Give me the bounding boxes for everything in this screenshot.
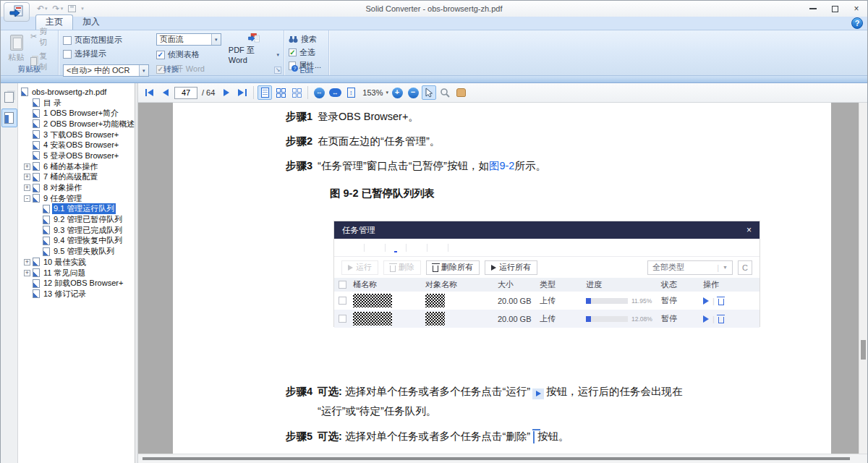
outline-item[interactable]: 9.2 管理已暂停队列 bbox=[18, 214, 135, 225]
horizontal-scrollbar-thumb[interactable] bbox=[142, 457, 850, 460]
fit-page-button[interactable]: ↔ bbox=[312, 85, 326, 100]
minimize-icon bbox=[809, 8, 817, 9]
pdf-to-word-icon bbox=[242, 33, 266, 43]
outline-item[interactable]: 9.5 管理失败队列 bbox=[18, 246, 135, 257]
task-size: 20.00 GB bbox=[498, 297, 540, 305]
progress-bar bbox=[586, 298, 628, 304]
outline-item[interactable]: 1 OBS Browser+简介 bbox=[18, 108, 135, 119]
outline-item[interactable]: - 9 任务管理 bbox=[18, 193, 135, 204]
queue-tab bbox=[427, 244, 448, 252]
page-icon bbox=[43, 226, 50, 234]
dropdown-arrow-icon[interactable]: ▾ bbox=[276, 52, 279, 58]
redacted-object-name bbox=[425, 312, 445, 326]
outline-item[interactable]: 5 登录OBS Browser+ bbox=[18, 150, 135, 161]
expand-toggle-icon[interactable]: + bbox=[24, 163, 30, 170]
outline-item[interactable]: + 10 最佳实践 bbox=[18, 257, 135, 268]
page-flow-dropdown[interactable]: 页面流 ▾ bbox=[156, 33, 221, 46]
select-all-checkbox bbox=[339, 281, 346, 289]
vertical-scrollbar[interactable] bbox=[859, 103, 867, 454]
outline-item[interactable]: + 6 桶的基本操作 bbox=[18, 161, 135, 172]
step-4-line2: “运行”或“待定”任务队列。 bbox=[318, 404, 436, 418]
expand-toggle-icon[interactable]: + bbox=[24, 259, 30, 266]
first-page-button[interactable] bbox=[142, 85, 157, 100]
play-icon bbox=[491, 265, 496, 271]
column-header: 大小 bbox=[498, 279, 540, 290]
zoom-dropdown-icon[interactable]: ▾ bbox=[386, 90, 389, 95]
progress-fill bbox=[586, 298, 591, 304]
selection-hint-checkbox[interactable]: 选择提示 bbox=[63, 48, 149, 59]
outline-item[interactable]: + 11 常见问题 bbox=[18, 268, 135, 279]
search-button[interactable]: 搜索 bbox=[289, 34, 324, 45]
convert-group-label: 转换 bbox=[59, 64, 284, 75]
expand-toggle-icon[interactable]: + bbox=[24, 270, 30, 276]
horizontal-scrollbar[interactable] bbox=[138, 454, 867, 463]
trash-icon bbox=[433, 266, 438, 272]
separator bbox=[307, 86, 308, 99]
zoom-area-tool-button[interactable] bbox=[438, 85, 452, 100]
hand-icon bbox=[456, 88, 466, 97]
application-menu-button[interactable] bbox=[4, 2, 30, 22]
outline-item[interactable]: 3 下载OBS Browser+ bbox=[18, 129, 135, 140]
inline-trash-icon bbox=[533, 431, 535, 443]
select-all-button[interactable]: ✓全选 bbox=[289, 47, 324, 58]
last-page-button[interactable] bbox=[235, 85, 250, 100]
column-header: 对象名称 bbox=[425, 279, 498, 290]
checkbox-icon bbox=[63, 36, 72, 45]
paste-button[interactable]: 粘贴 bbox=[5, 33, 27, 64]
previous-page-button[interactable] bbox=[158, 85, 173, 100]
column-header: 操作 bbox=[703, 279, 761, 290]
outline-item[interactable]: 9.1 管理运行队列 bbox=[18, 204, 135, 215]
zoom-out-button[interactable]: − bbox=[406, 85, 420, 100]
outline-item[interactable]: 目 录 bbox=[18, 98, 135, 109]
hand-pan-tool-button[interactable] bbox=[454, 85, 468, 100]
fit-height-button[interactable]: ↕ bbox=[344, 85, 358, 100]
outline-item[interactable]: obs-browsertg-zh.pdf bbox=[18, 87, 135, 98]
figure-link[interactable]: 图9-2 bbox=[489, 160, 514, 171]
outline-item[interactable]: 4 安装OBS Browser+ bbox=[18, 140, 135, 150]
detect-tables-checkbox[interactable]: ✓侦测表格 bbox=[156, 49, 221, 60]
help-button[interactable]: ? bbox=[851, 17, 863, 29]
pages-panel-button[interactable] bbox=[1, 88, 17, 106]
outline-item[interactable]: 9.3 管理已完成队列 bbox=[18, 225, 135, 236]
single-page-view-button[interactable] bbox=[258, 85, 272, 100]
outline-item[interactable]: + 8 对象操作 bbox=[18, 182, 135, 193]
dropdown-arrow-icon: ▼ bbox=[723, 265, 728, 270]
bookmarks-panel-button[interactable] bbox=[1, 109, 17, 127]
close-button[interactable]: × bbox=[846, 1, 867, 16]
zoom-in-button[interactable]: + bbox=[390, 85, 404, 100]
column-header: 桶名称 bbox=[353, 279, 425, 290]
outline-item[interactable]: 12 卸载OBS Browser+ bbox=[18, 278, 135, 289]
step-2: 步骤2在页面左边的“任务管理”。 bbox=[286, 135, 440, 148]
page-range-checkbox[interactable]: 页面范围提示 bbox=[63, 35, 149, 46]
two-page-view-button[interactable] bbox=[273, 85, 288, 100]
dialog-launcher-icon[interactable]: ↘ bbox=[274, 67, 281, 74]
page-icon bbox=[33, 184, 40, 192]
expand-toggle-icon[interactable]: - bbox=[24, 195, 30, 202]
expand-toggle-icon[interactable]: + bbox=[24, 174, 30, 180]
fit-width-button[interactable]: ↔ bbox=[328, 85, 342, 100]
select-tool-button[interactable] bbox=[422, 85, 436, 100]
refresh-button: C bbox=[738, 260, 752, 275]
pdf-to-word-button[interactable]: PDF 至 Word▾ bbox=[229, 33, 279, 64]
figure-caption: 图 9-2 已暂停队列列表 bbox=[330, 187, 435, 200]
page-icon bbox=[43, 237, 50, 245]
page-number-input[interactable] bbox=[174, 87, 197, 99]
vertical-scrollbar-thumb[interactable] bbox=[861, 340, 866, 360]
edit-group-label: Edit bbox=[284, 66, 328, 75]
outline-item[interactable]: 9.4 管理恢复中队列 bbox=[18, 236, 135, 247]
ribbon-bottom-band bbox=[1, 76, 867, 83]
progress-percent: 11.95% bbox=[631, 297, 652, 305]
minimize-button[interactable] bbox=[802, 1, 824, 16]
task-size: 20.00 GB bbox=[498, 315, 540, 323]
cut-button[interactable]: ✂剪切 bbox=[30, 26, 54, 48]
continuous-view-button[interactable] bbox=[289, 85, 304, 100]
expand-toggle-icon[interactable]: + bbox=[24, 184, 30, 191]
outline-item[interactable]: + 7 桶的高级配置 bbox=[18, 172, 135, 183]
outline-item[interactable]: 13 修订记录 bbox=[18, 289, 135, 300]
restore-button[interactable] bbox=[824, 1, 846, 16]
task-table-body: 20.00 GB 上传 11.95% 暂停 | 20.00 GB bbox=[334, 292, 760, 328]
zoom-level-value: 153% bbox=[362, 88, 383, 97]
outline-item[interactable]: 2 OBS Browser+功能概述 bbox=[18, 119, 135, 129]
next-page-button[interactable] bbox=[219, 85, 234, 100]
tab-insert[interactable]: 加入 bbox=[73, 15, 109, 30]
